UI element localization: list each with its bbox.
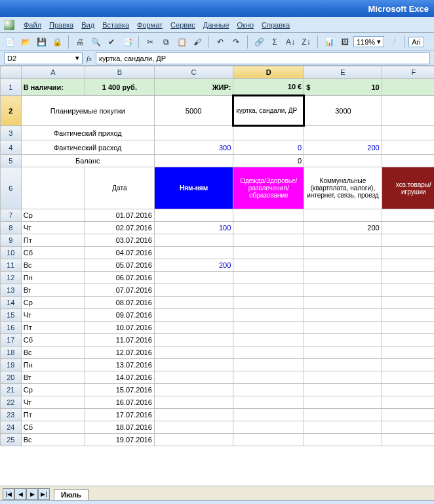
cell-C5[interactable] — [154, 155, 233, 167]
select-all-corner[interactable] — [1, 66, 22, 79]
cell-D4[interactable]: 0 — [233, 140, 304, 155]
permission-icon[interactable]: 🔒 — [50, 35, 64, 49]
cell-B18[interactable]: 12.07.2016 — [85, 346, 155, 359]
cell-F22[interactable] — [382, 396, 434, 409]
cell-C2[interactable]: 5000 — [154, 96, 233, 126]
cell-E5[interactable] — [304, 155, 382, 167]
cell-A17[interactable]: Сб — [21, 334, 85, 346]
cell-B24[interactable]: 18.07.2016 — [85, 421, 155, 434]
cell-A12[interactable]: Пн — [21, 272, 85, 284]
tab-first-icon[interactable]: |◀ — [3, 488, 14, 500]
zoom-select[interactable]: 119%▾ — [353, 36, 384, 47]
menu-tools[interactable]: Сервис — [167, 20, 199, 30]
row-header-23[interactable]: 23 — [1, 409, 22, 421]
col-header-F[interactable]: F — [382, 66, 434, 79]
row-header-2[interactable]: 2 — [1, 96, 22, 126]
cell-E14[interactable] — [304, 297, 382, 309]
cell-B1[interactable]: 1 400 руб. — [85, 79, 155, 96]
row-header-18[interactable]: 18 — [1, 346, 22, 359]
cell-D8[interactable] — [233, 222, 304, 234]
cell-E18[interactable] — [304, 346, 382, 359]
cell-E22[interactable] — [304, 396, 382, 409]
cell-A9[interactable]: Пт — [21, 234, 85, 247]
row-header-3[interactable]: 3 — [1, 126, 22, 140]
cell-D16[interactable] — [233, 322, 304, 334]
cell-A16[interactable]: Пт — [21, 322, 85, 334]
cell-D20[interactable] — [233, 371, 304, 384]
cell-C22[interactable] — [154, 396, 233, 409]
row-header-22[interactable]: 22 — [1, 396, 22, 409]
menu-help[interactable]: Справка — [258, 20, 294, 30]
cell-F14[interactable] — [382, 297, 434, 309]
cell-A19[interactable]: Пн — [21, 359, 85, 371]
cell-E21[interactable] — [304, 384, 382, 396]
cell-B20[interactable]: 14.07.2016 — [85, 371, 155, 384]
cell-A5B5[interactable]: Баланс — [21, 155, 154, 167]
cell-C4[interactable]: 300 — [154, 140, 233, 155]
row-header-16[interactable]: 16 — [1, 322, 22, 334]
cell-D9[interactable] — [233, 234, 304, 247]
row-header-4[interactable]: 4 — [1, 140, 22, 155]
cell-C24[interactable] — [154, 421, 233, 434]
cell-D21[interactable] — [233, 384, 304, 396]
cell-E16[interactable] — [304, 322, 382, 334]
cell-D12[interactable] — [233, 272, 304, 284]
cell-B10[interactable]: 04.07.2016 — [85, 247, 155, 259]
cell-F25[interactable] — [382, 434, 434, 446]
cell-E9[interactable] — [304, 234, 382, 247]
cell-F23[interactable] — [382, 409, 434, 421]
excel-icon[interactable] — [4, 20, 14, 30]
cell-B9[interactable]: 03.07.2016 — [85, 234, 155, 247]
cell-D14[interactable] — [233, 297, 304, 309]
print-icon[interactable]: 🖨 — [73, 35, 87, 49]
cell-C15[interactable] — [154, 309, 233, 322]
tab-last-icon[interactable]: ▶| — [38, 488, 50, 500]
cell-D11[interactable] — [233, 259, 304, 272]
col-header-D[interactable]: D — [233, 66, 304, 79]
cell-A11[interactable]: Вс — [21, 259, 85, 272]
cell-F4[interactable] — [382, 140, 434, 155]
help-icon[interactable]: ❔ — [385, 35, 400, 49]
cell-B14[interactable]: 08.07.2016 — [85, 297, 155, 309]
cell-B19[interactable]: 13.07.2016 — [85, 359, 155, 371]
cell-B15[interactable]: 09.07.2016 — [85, 309, 155, 322]
cell-B12[interactable]: 06.07.2016 — [85, 272, 155, 284]
cell-B13[interactable]: 07.07.2016 — [85, 284, 155, 297]
cell-F2[interactable] — [382, 96, 434, 126]
cell-C16[interactable] — [154, 322, 233, 334]
cell-F9[interactable] — [382, 234, 434, 247]
cell-F10[interactable] — [382, 247, 434, 259]
cell-D15[interactable] — [233, 309, 304, 322]
tab-prev-icon[interactable]: ◀ — [14, 488, 26, 500]
cell-D7[interactable] — [233, 209, 304, 222]
cell-B16[interactable]: 10.07.2016 — [85, 322, 155, 334]
cell-C11[interactable]: 200 — [154, 259, 233, 272]
cell-A8[interactable]: Чт — [21, 222, 85, 234]
cell-F18[interactable] — [382, 346, 434, 359]
cell-E11[interactable] — [304, 259, 382, 272]
row-header-20[interactable]: 20 — [1, 371, 22, 384]
cell-F12[interactable] — [382, 272, 434, 284]
row-header-8[interactable]: 8 — [1, 222, 22, 234]
redo-icon[interactable]: ↷ — [229, 35, 243, 49]
worksheet-grid[interactable]: A B C D E F 1 В наличии: 1 400 руб. ЖИР:… — [0, 66, 434, 486]
cell-E7[interactable] — [304, 209, 382, 222]
cell-F13[interactable] — [382, 284, 434, 297]
col-header-B[interactable]: B — [85, 66, 155, 79]
cell-C23[interactable] — [154, 409, 233, 421]
cell-E13[interactable] — [304, 284, 382, 297]
cell-F8[interactable] — [382, 222, 434, 234]
cell-D6[interactable]: Одежда/Здоровье/развлечения/образование — [233, 167, 304, 209]
cell-A13[interactable]: Вт — [21, 284, 85, 297]
cell-F21[interactable] — [382, 384, 434, 396]
cell-C9[interactable] — [154, 234, 233, 247]
cell-B22[interactable]: 16.07.2016 — [85, 396, 155, 409]
row-header-9[interactable]: 9 — [1, 234, 22, 247]
cell-E2[interactable]: 3000 — [304, 96, 382, 126]
cell-F20[interactable] — [382, 371, 434, 384]
cell-C8[interactable]: 100 — [154, 222, 233, 234]
tab-next-icon[interactable]: ▶ — [26, 488, 38, 500]
cell-E23[interactable] — [304, 409, 382, 421]
cell-E12[interactable] — [304, 272, 382, 284]
cell-C3[interactable] — [154, 126, 233, 140]
